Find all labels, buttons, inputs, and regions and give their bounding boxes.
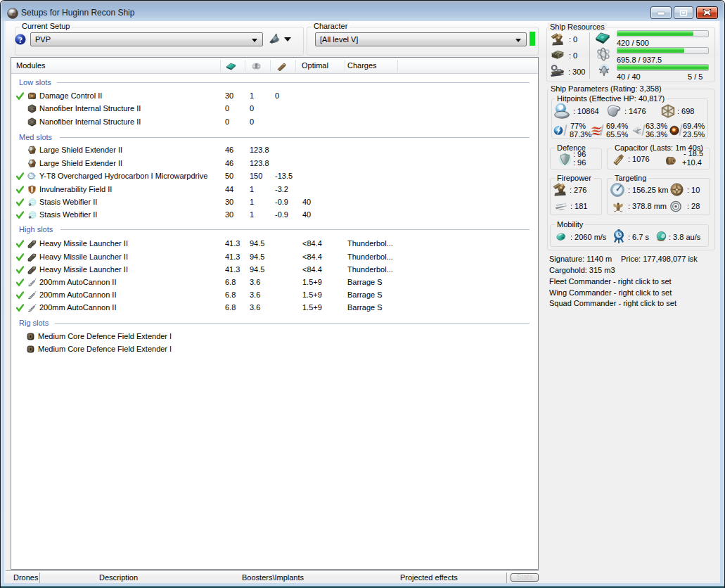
svg-text:?: ?: [18, 35, 23, 45]
